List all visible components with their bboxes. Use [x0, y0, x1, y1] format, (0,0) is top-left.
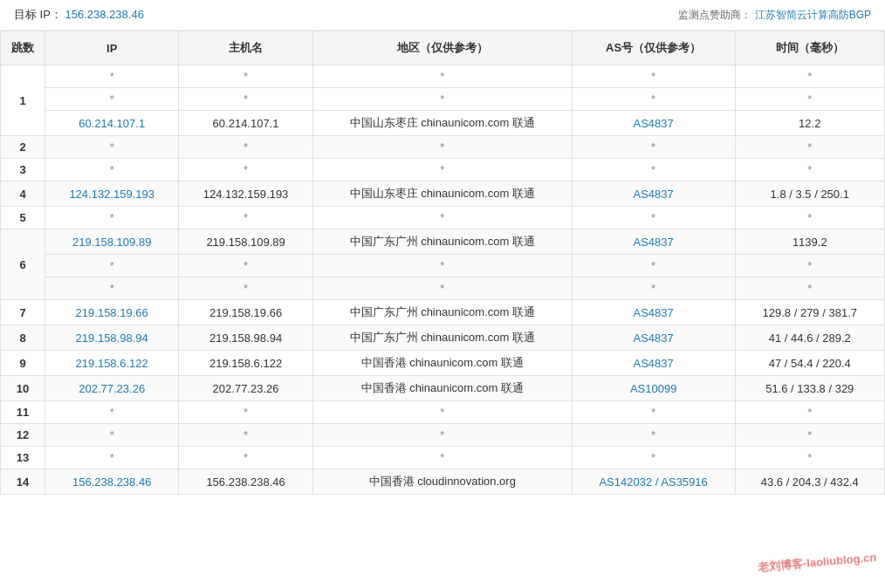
as-cell[interactable]: AS4837	[572, 111, 735, 136]
time-cell: 1139.2	[735, 229, 884, 255]
table-row: 6219.158.109.89219.158.109.89中国广东广州 chin…	[1, 229, 885, 255]
table-row: 14156.238.238.46156.238.238.46中国香港 cloud…	[1, 469, 885, 495]
table-row: *****	[1, 88, 885, 111]
time-cell: 51.6 / 133.8 / 329	[735, 376, 884, 401]
header-right: 监测点赞助商： 江苏智简云计算高防BGP	[678, 8, 871, 23]
as-cell[interactable]: AS4837	[572, 181, 735, 207]
hop-number: 12	[1, 424, 45, 447]
hostname-cell: *	[179, 401, 312, 424]
monitor-label: 监测点赞助商：	[678, 9, 751, 21]
as-cell[interactable]: AS142032 / AS35916	[572, 469, 735, 495]
col-ip: IP	[45, 31, 179, 65]
sponsor-link[interactable]: 江苏智简云计算高防BGP	[755, 9, 871, 21]
as-cell: *	[572, 255, 735, 277]
hostname-cell: 60.214.107.1	[179, 111, 312, 136]
time-cell: 47 / 54.4 / 220.4	[735, 351, 884, 376]
as-cell: *	[572, 447, 735, 469]
hostname-cell: *	[179, 277, 312, 300]
region-cell: *	[312, 159, 572, 181]
target-ip[interactable]: 156.238.238.46	[65, 8, 144, 21]
hop-number: 14	[1, 469, 45, 495]
as-cell[interactable]: AS10099	[572, 376, 735, 401]
region-cell: 中国山东枣庄 chinaunicom.com 联通	[312, 181, 572, 207]
as-cell: *	[572, 88, 735, 111]
region-cell: *	[312, 447, 572, 469]
region-cell: 中国香港 chinaunicom.com 联通	[312, 376, 572, 401]
hostname-cell: 124.132.159.193	[179, 181, 312, 207]
as-cell: *	[572, 159, 735, 181]
ip-cell[interactable]: 219.158.98.94	[45, 325, 179, 351]
ip-cell: *	[45, 207, 179, 229]
as-cell[interactable]: AS4837	[572, 300, 735, 325]
ip-cell: *	[45, 255, 179, 277]
ip-cell: *	[45, 424, 179, 447]
hop-number: 11	[1, 401, 45, 424]
ip-cell[interactable]: 156.238.238.46	[45, 469, 179, 495]
ip-cell[interactable]: 219.158.6.122	[45, 351, 179, 376]
as-cell: *	[572, 207, 735, 229]
region-cell: *	[312, 255, 572, 277]
time-cell: *	[735, 447, 884, 469]
time-cell: 1.8 / 3.5 / 250.1	[735, 181, 884, 207]
region-cell: *	[312, 136, 572, 159]
region-cell: 中国广东广州 chinaunicom.com 联通	[312, 229, 572, 255]
ip-cell[interactable]: 60.214.107.1	[45, 111, 179, 136]
time-cell: 41 / 44.6 / 289.2	[735, 325, 884, 351]
table-row: 13*****	[1, 447, 885, 469]
time-cell: *	[735, 65, 884, 88]
hostname-cell: 219.158.19.66	[179, 300, 312, 325]
hop-number: 13	[1, 447, 45, 469]
region-cell: *	[312, 401, 572, 424]
header-bar: 目标 IP： 156.238.238.46 监测点赞助商： 江苏智简云计算高防B…	[0, 0, 885, 31]
hop-number: 8	[1, 325, 45, 351]
region-cell: *	[312, 65, 572, 88]
hop-number: 2	[1, 136, 45, 159]
ip-cell[interactable]: 202.77.23.26	[45, 376, 179, 401]
hop-number: 3	[1, 159, 45, 181]
table-row: *****	[1, 255, 885, 277]
hop-number: 9	[1, 351, 45, 376]
target-label: 目标 IP：	[14, 8, 62, 21]
region-cell: 中国香港 chinaunicom.com 联通	[312, 351, 572, 376]
hop-number: 4	[1, 181, 45, 207]
as-cell[interactable]: AS4837	[572, 229, 735, 255]
table-row: 60.214.107.160.214.107.1中国山东枣庄 chinaunic…	[1, 111, 885, 136]
region-cell: *	[312, 424, 572, 447]
table-row: 12*****	[1, 424, 885, 447]
table-row: 1*****	[1, 65, 885, 88]
as-cell: *	[572, 277, 735, 300]
time-cell: *	[735, 136, 884, 159]
time-cell: *	[735, 277, 884, 300]
time-cell: *	[735, 401, 884, 424]
col-region: 地区（仅供参考）	[312, 31, 572, 65]
ip-cell[interactable]: 219.158.109.89	[45, 229, 179, 255]
hostname-cell: *	[179, 207, 312, 229]
as-cell[interactable]: AS4837	[572, 351, 735, 376]
ip-cell: *	[45, 277, 179, 300]
hostname-cell: *	[179, 447, 312, 469]
hop-number: 7	[1, 300, 45, 325]
hop-number: 10	[1, 376, 45, 401]
ip-cell[interactable]: 219.158.19.66	[45, 300, 179, 325]
time-cell: 12.2	[735, 111, 884, 136]
table-row: 9219.158.6.122219.158.6.122中国香港 chinauni…	[1, 351, 885, 376]
time-cell: *	[735, 255, 884, 277]
region-cell: 中国山东枣庄 chinaunicom.com 联通	[312, 111, 572, 136]
hostname-cell: *	[179, 424, 312, 447]
hop-number: 1	[1, 65, 45, 136]
as-cell: *	[572, 424, 735, 447]
time-cell: 43.6 / 204.3 / 432.4	[735, 469, 884, 495]
time-cell: *	[735, 424, 884, 447]
ip-cell[interactable]: 124.132.159.193	[45, 181, 179, 207]
as-cell: *	[572, 401, 735, 424]
hostname-cell: 219.158.109.89	[179, 229, 312, 255]
col-hop: 跳数	[1, 31, 45, 65]
table-row: 3*****	[1, 159, 885, 181]
region-cell: *	[312, 207, 572, 229]
region-cell: 中国广东广州 chinaunicom.com 联通	[312, 300, 572, 325]
as-cell[interactable]: AS4837	[572, 325, 735, 351]
hostname-cell: 219.158.6.122	[179, 351, 312, 376]
table-row: 5*****	[1, 207, 885, 229]
header-left: 目标 IP： 156.238.238.46	[14, 7, 144, 23]
time-cell: *	[735, 207, 884, 229]
